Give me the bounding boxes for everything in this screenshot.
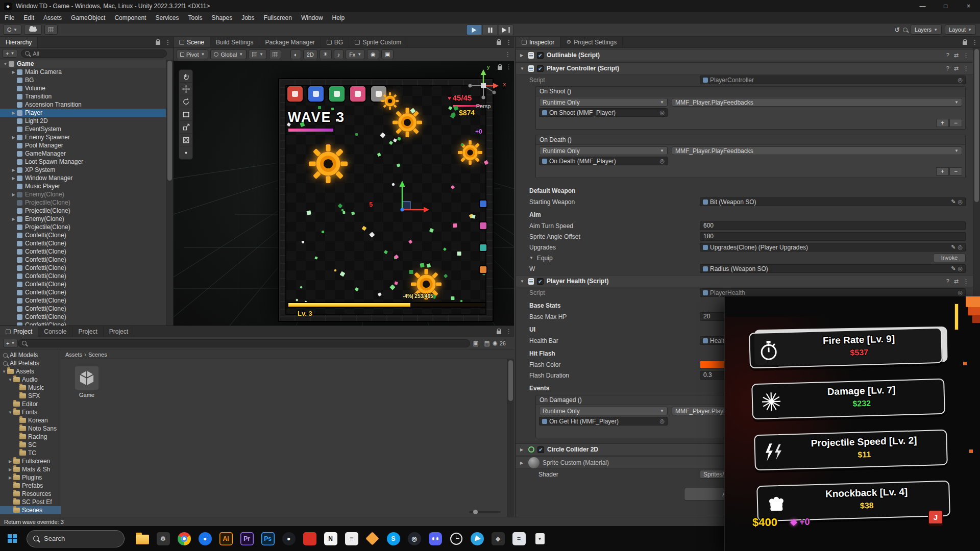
expand-arrow-icon[interactable]: ▶ [7, 475, 13, 480]
object-picker-icon[interactable]: ◎ [958, 289, 963, 296]
tab-console[interactable]: Console [38, 326, 72, 337]
menu-file[interactable]: File [0, 12, 19, 23]
rect-tool-button[interactable] [179, 108, 192, 121]
scrollbar-thumb[interactable] [974, 49, 979, 202]
hierarchy-item-eventsystem[interactable]: EventSystem [0, 125, 166, 133]
scene-menu-icon[interactable]: ⋮ [505, 51, 511, 58]
undo-history-icon[interactable]: ↺ [894, 26, 900, 34]
open-asset-button[interactable]: ▣ [470, 339, 481, 348]
hierarchy-item-pool-manager[interactable]: Pool Manager [0, 141, 166, 149]
panel-menu-icon[interactable]: ⋮ [970, 37, 980, 47]
expand-arrow-icon[interactable]: ▶ [10, 135, 17, 140]
foldout-arrow-icon[interactable]: ▼ [529, 256, 533, 260]
tab-bg[interactable]: BG [321, 37, 349, 47]
project-search-input[interactable] [18, 339, 470, 347]
taskbar-tray-expand[interactable]: ▾ [529, 527, 550, 551]
camera-settings-button[interactable]: ▣ [381, 49, 394, 59]
hierarchy-item-player[interactable]: ▶Player [0, 109, 166, 117]
panel-menu-icon[interactable]: ⋮ [504, 326, 514, 337]
hierarchy-item-confetti-clone[interactable]: Confetti(Clone) [0, 296, 166, 305]
version-control-button[interactable]: C▼ [3, 24, 21, 35]
component-header-player-health-script[interactable]: ▼✔Player Health (Script)?⇄⋮ [516, 275, 973, 287]
expand-arrow-icon[interactable]: ▶ [10, 168, 17, 172]
taskbar-obs[interactable]: ◎ [404, 527, 425, 551]
tab-project[interactable]: Project [72, 326, 103, 337]
taskbar-unity-hub[interactable]: ⚙ [153, 527, 174, 551]
taskbar-red-app[interactable] [299, 527, 320, 551]
tab-hierarchy[interactable]: Hierarchy [0, 37, 38, 47]
tab-package-manager[interactable]: Package Manager [259, 37, 321, 47]
tool-handle-position-dropdown[interactable]: Pivot▼ [177, 49, 208, 59]
object-picker-icon[interactable]: ◎ [958, 265, 963, 272]
folder-racing[interactable]: Racing [0, 433, 61, 441]
hierarchy-item-projectile-clone[interactable]: Projectile(Clone) [0, 223, 166, 231]
hierarchy-scrollbar[interactable] [166, 60, 173, 325]
tab-scene[interactable]: Scene [174, 37, 210, 47]
folder-resources[interactable]: Resources [0, 490, 61, 498]
menu-services[interactable]: Services [151, 12, 183, 23]
hierarchy-item-enemy-clone[interactable]: ▶Enemy(Clone) [0, 215, 166, 223]
hierarchy-item-confetti-clone[interactable]: Confetti(Clone) [0, 321, 166, 325]
component-header-player-controller-script[interactable]: ▼✔Player Controller (Script)?⇄⋮ [516, 62, 973, 74]
text-field[interactable]: 600 [700, 221, 966, 230]
taskbar-calculator[interactable]: = [508, 527, 529, 551]
taskbar-search-input[interactable]: Search [27, 530, 125, 547]
hierarchy-item-volume[interactable]: Volume [0, 84, 166, 92]
object-picker-icon[interactable]: ◎ [659, 109, 665, 116]
folder-tc[interactable]: TC [0, 449, 61, 457]
folder-prefabs[interactable]: Prefabs [0, 482, 61, 490]
step-button[interactable] [498, 24, 514, 35]
transform-gizmo[interactable] [374, 179, 430, 235]
hierarchy-item-confetti-clone[interactable]: Confetti(Clone) [0, 231, 166, 239]
hierarchy-item-transition[interactable]: Transition [0, 92, 166, 101]
edit-icon[interactable]: ✎ [951, 265, 955, 272]
component-header-outlinable-script[interactable]: ▶✔Outlinable (Script)?⇄⋮ [516, 49, 973, 61]
scrollbar-thumb[interactable] [167, 61, 172, 181]
asset-game[interactable]: Game [68, 366, 105, 398]
snap-increment-button[interactable] [269, 49, 281, 59]
hierarchy-item-confetti-clone[interactable]: Confetti(Clone) [0, 313, 166, 321]
expand-arrow-icon[interactable]: ▶ [10, 176, 17, 181]
search-icon[interactable] [903, 28, 908, 32]
hierarchy-item-confetti-clone[interactable]: Confetti(Clone) [0, 280, 166, 288]
enabled-checkbox[interactable]: ✔ [537, 446, 544, 453]
hierarchy-item-confetti-clone[interactable]: Confetti(Clone) [0, 256, 166, 264]
hierarchy-item-ascension-transition[interactable]: Ascension Transition [0, 101, 166, 109]
folder-mats-sh[interactable]: ▶Mats & Sh [0, 465, 61, 473]
hierarchy-item-confetti-clone[interactable]: Confetti(Clone) [0, 305, 166, 313]
foldout-arrow-icon[interactable]: ▶ [520, 447, 525, 452]
hierarchy-item-main-camera[interactable]: ▶Main Camera [0, 68, 166, 76]
hierarchy-item-loot-spawn-manager[interactable]: Loot Spawn Manager [0, 158, 166, 166]
context-menu-icon[interactable]: ⋮ [963, 65, 969, 72]
taskbar-chrome[interactable] [174, 527, 194, 551]
lock-icon[interactable] [498, 66, 502, 70]
breadcrumb-assets[interactable]: Assets [65, 352, 82, 358]
audio-toggle[interactable]: ♪ [334, 49, 344, 59]
foldout-arrow-icon[interactable]: ▼ [520, 66, 525, 71]
help-icon[interactable]: ? [946, 52, 949, 59]
hierarchy-item-projectile-clone[interactable]: Projectile(Clone) [0, 207, 166, 215]
foldout-arrow-icon[interactable]: ▼ [520, 279, 525, 284]
breadcrumb-scenes[interactable]: Scenes [88, 352, 107, 358]
add-event-button[interactable]: + [936, 167, 949, 176]
taskbar-file-explorer[interactable] [132, 527, 153, 551]
hierarchy-item-confetti-clone[interactable]: Confetti(Clone) [0, 272, 166, 280]
overlay-menu-icon[interactable]: ⋮ [506, 63, 512, 70]
2d-mode-toggle[interactable]: 2D [303, 49, 317, 59]
tool-handle-rotation-dropdown[interactable]: Global▼ [210, 49, 247, 59]
folder-assets[interactable]: ▼Assets [0, 367, 61, 375]
expand-arrow-icon[interactable]: ▶ [10, 192, 17, 197]
menu-component[interactable]: Component [110, 12, 151, 23]
hierarchy-item-gamemanager[interactable]: GameManager [0, 149, 166, 158]
object-picker-icon[interactable]: ◎ [659, 158, 665, 164]
taskbar-photoshop[interactable]: Ps [257, 527, 278, 551]
hierarchy-item-projectile-clone[interactable]: Projectile(Clone) [0, 198, 166, 207]
tab-sprite-custom[interactable]: Sprite Custom [349, 37, 407, 47]
menu-shapes[interactable]: Shapes [207, 12, 237, 23]
favorite-all-models[interactable]: All Models [0, 351, 61, 359]
grid-visibility-button[interactable]: ▼ [249, 49, 267, 59]
text-field[interactable]: 180 [700, 232, 966, 241]
folder-fullscreen[interactable]: ▶Fullscreen [0, 457, 61, 465]
close-button[interactable]: × [957, 0, 980, 12]
context-menu-icon[interactable]: ⋮ [963, 278, 969, 285]
